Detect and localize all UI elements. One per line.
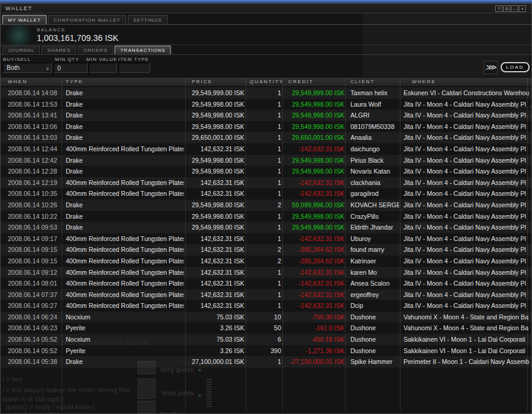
tab-orders[interactable]: ORDERS bbox=[78, 46, 113, 54]
column-header-where[interactable]: WHERE bbox=[412, 79, 436, 84]
cell-price: 75.03 ISK bbox=[185, 334, 244, 345]
cell-price: 27,100,000.01 ISK bbox=[185, 356, 244, 368]
min-qty-input[interactable] bbox=[54, 63, 87, 73]
cell-where: Vahunomi X - Moon 4 - State and Region B… bbox=[404, 322, 529, 334]
cell-quantity: 1 bbox=[247, 99, 281, 110]
cell-where: Jita IV - Moon 4 - Caldari Navy Assembly… bbox=[404, 244, 529, 256]
item-type-input[interactable] bbox=[118, 63, 150, 73]
cell-quantity: 1 bbox=[247, 211, 281, 222]
min-value-input[interactable] bbox=[89, 63, 117, 73]
column-header-client[interactable]: CLIENT bbox=[350, 79, 375, 84]
item-type-label: ITEM TYPE bbox=[118, 57, 149, 62]
column-header-price[interactable]: PRICE bbox=[192, 79, 212, 84]
table-row[interactable]: 2008.06.14 05:52Pyerite3.26 ISK390-1,271… bbox=[1, 345, 531, 357]
tab-shares[interactable]: SHARES bbox=[42, 46, 76, 54]
cell-credit: 29,549,998.00 ISK bbox=[283, 211, 344, 222]
help-button[interactable]: ? bbox=[495, 5, 502, 12]
cell-where: Jita IV - Moon 4 - Caldari Navy Assembly… bbox=[404, 267, 529, 278]
cell-client: 081079M50338 bbox=[350, 121, 399, 133]
cell-quantity: 2 bbox=[247, 256, 281, 267]
close-button[interactable]: × bbox=[519, 5, 526, 12]
table-row[interactable]: 2008.06.14 07:37400mm Reinforced Rolled … bbox=[1, 289, 531, 301]
tab-settings[interactable]: SETTINGS bbox=[128, 15, 168, 24]
column-header-credit[interactable]: CREDIT bbox=[288, 79, 314, 84]
cell-where: Jita IV - Moon 4 - Caldari Navy Assembly… bbox=[404, 166, 529, 177]
buy-sell-value: Both bbox=[7, 64, 20, 71]
load-button[interactable]: LOAD bbox=[501, 62, 530, 72]
buy-sell-select[interactable]: Both » bbox=[2, 63, 52, 73]
cell-client: found marry bbox=[350, 244, 399, 256]
table-row[interactable]: 2008.06.14 05:38Drake27,100,000.01 ISK1-… bbox=[1, 356, 531, 368]
cell-quantity: 1 bbox=[247, 143, 281, 155]
cell-client: karen Mo bbox=[350, 267, 399, 278]
quick-load-icon[interactable]: ⋙ bbox=[484, 61, 498, 74]
column-header-when[interactable]: WHEN bbox=[8, 79, 27, 84]
table-row[interactable]: 2008.06.14 12:19400mm Reinforced Rolled … bbox=[1, 177, 531, 189]
tab-journal[interactable]: JOURNAL bbox=[2, 46, 40, 54]
table-row[interactable]: 2008.06.14 13:06Drake29,549,998.00 ISK12… bbox=[1, 121, 531, 133]
cell-credit: 29,650,001.00 ISK bbox=[283, 132, 344, 143]
column-separator bbox=[282, 78, 283, 411]
tab-my-wallet[interactable]: MY WALLET bbox=[2, 15, 46, 24]
table-row[interactable]: 2008.06.14 06:23Pyerite3.26 ISK50-161.0 … bbox=[1, 322, 531, 334]
minimize-button[interactable]: – bbox=[511, 5, 518, 12]
cell-price: 29,549,998.00 ISK bbox=[185, 121, 244, 133]
cell-type: 400mm Reinforced Rolled Tungsten Plates … bbox=[66, 278, 184, 289]
table-row[interactable]: 2008.06.14 09:15400mm Reinforced Rolled … bbox=[1, 256, 531, 267]
cell-quantity: 1 bbox=[247, 278, 281, 289]
cell-client: Pirius Black bbox=[350, 155, 399, 166]
table-row[interactable]: 2008.06.14 10:35400mm Reinforced Rolled … bbox=[1, 188, 531, 199]
cell-when: 2008.06.14 07:37 bbox=[8, 289, 62, 301]
column-header-quantity[interactable]: QUANTITY bbox=[250, 79, 283, 84]
cell-where: Eskunen VI - Caldari Constructions Wareh… bbox=[404, 87, 529, 99]
cell-type: Drake bbox=[66, 87, 184, 99]
table-row[interactable]: 2008.06.14 08:01400mm Reinforced Rolled … bbox=[1, 278, 531, 289]
cell-type: 400mm Reinforced Rolled Tungsten Plates … bbox=[66, 177, 184, 189]
tab-corporation-wallet[interactable]: CORPORATION WALLET bbox=[48, 15, 126, 24]
balance-value: 1,003,161,709.36 ISK bbox=[37, 33, 118, 43]
table-row[interactable]: 2008.06.14 05:52Nocxium75.03 ISK6-450.18… bbox=[1, 334, 531, 345]
cell-price: 142,632.31 ISK bbox=[185, 256, 244, 267]
cell-client: Dushone bbox=[350, 334, 399, 345]
cell-client: Dcip bbox=[350, 300, 399, 312]
cell-where: Jita IV - Moon 4 - Caldari Navy Assembly… bbox=[404, 233, 529, 245]
cell-where: Jita IV - Moon 4 - Caldari Navy Assembly… bbox=[404, 155, 529, 166]
cell-when: 2008.06.14 09:15 bbox=[8, 244, 62, 256]
screen: WALLET ? ⊙ – × MY WALLETCORPORATION WALL… bbox=[0, 0, 532, 414]
table-row[interactable]: 2008.06.14 09:15400mm Reinforced Rolled … bbox=[1, 244, 531, 256]
table-row[interactable]: 2008.06.14 12:28Drake29,549,998.00 ISK12… bbox=[1, 166, 531, 177]
table-row[interactable]: 2008.06.14 12:42Drake29,549,998.00 ISK12… bbox=[1, 155, 531, 166]
tab-transactions[interactable]: TRANSACTIONS bbox=[115, 46, 171, 54]
cell-client: garagilrod bbox=[350, 188, 399, 199]
cell-when: 2008.06.14 09:15 bbox=[8, 256, 62, 267]
table-row[interactable]: 2008.06.14 14:08Drake29,549,999.00 ISK12… bbox=[1, 87, 531, 99]
column-header-type[interactable]: TYPE bbox=[66, 79, 83, 84]
cell-quantity: 1 bbox=[247, 110, 281, 121]
table-row[interactable]: 2008.06.14 06:27400mm Reinforced Rolled … bbox=[1, 300, 531, 312]
table-row[interactable]: 2008.06.14 13:03Drake29,650,001.00 ISK12… bbox=[1, 132, 531, 143]
table-row[interactable]: 2008.06.14 10:26Drake29,549,998.00 ISK25… bbox=[1, 199, 531, 211]
wallet-window: WALLET ? ⊙ – × MY WALLETCORPORATION WALL… bbox=[0, 3, 532, 414]
table-row[interactable]: 2008.06.14 06:24Nocxium75.03 ISK10-750.3… bbox=[1, 312, 531, 323]
cell-where: Jita IV - Moon 4 - Caldari Navy Assembly… bbox=[404, 110, 529, 121]
cell-type: 400mm Reinforced Rolled Tungsten Plates … bbox=[66, 267, 184, 278]
cell-credit: 29,549,998.00 ISK bbox=[283, 121, 344, 133]
table-row[interactable]: 2008.06.14 10:22Drake29,549,998.00 ISK12… bbox=[1, 211, 531, 222]
table-row[interactable]: 2008.06.14 12:44400mm Reinforced Rolled … bbox=[1, 143, 531, 155]
cell-price: 142,632.31 ISK bbox=[185, 143, 244, 155]
table-row[interactable]: 2008.06.14 09:12400mm Reinforced Rolled … bbox=[1, 267, 531, 278]
cell-where: Vahunomi X - Moon 4 - State and Region B… bbox=[404, 312, 529, 323]
cell-where: Jita IV - Moon 4 - Caldari Navy Assembly… bbox=[404, 132, 529, 143]
table-row[interactable]: 2008.06.14 13:53Drake29,549,998.00 ISK12… bbox=[1, 99, 531, 110]
main-tab-bar: MY WALLETCORPORATION WALLETSETTINGS bbox=[2, 15, 168, 24]
table-row[interactable]: 2008.06.14 09:17400mm Reinforced Rolled … bbox=[1, 233, 531, 245]
cell-quantity: 1 bbox=[247, 155, 281, 166]
min-qty-label: MIN QTY bbox=[55, 57, 79, 62]
cell-quantity: 6 bbox=[247, 334, 281, 345]
table-row[interactable]: 2008.06.14 13:41Drake29,549,998.00 ISK12… bbox=[1, 110, 531, 121]
pin-button[interactable]: ⊙ bbox=[503, 5, 510, 12]
table-row[interactable]: 2008.06.14 09:53Drake29,549,998.00 ISK12… bbox=[1, 222, 531, 233]
cell-type: Drake bbox=[66, 155, 184, 166]
title-bar[interactable]: WALLET ? ⊙ – × bbox=[1, 4, 531, 13]
table-body: 2008.06.14 14:08Drake29,549,999.00 ISK12… bbox=[1, 87, 531, 368]
